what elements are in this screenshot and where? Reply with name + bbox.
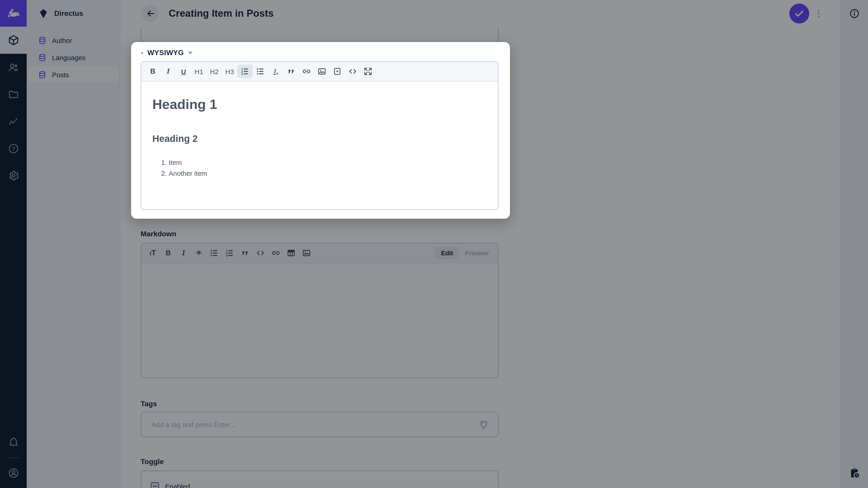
media-button[interactable] bbox=[330, 65, 345, 78]
remove-format-button[interactable]: I x bbox=[268, 65, 283, 78]
blockquote-button[interactable] bbox=[283, 65, 299, 78]
underline-button[interactable]: U bbox=[176, 65, 191, 78]
wysiwyg-toolbar: B I U H1 H2 H3 1 2 3 bbox=[142, 62, 498, 82]
wysiwyg-content[interactable]: Heading 1 Heading 2 Item Another item bbox=[142, 82, 498, 210]
wysiwyg-field-card: WYSIWYG B I U H1 H2 H3 1 2 3 bbox=[131, 42, 510, 219]
content-heading1: Heading 1 bbox=[152, 96, 487, 112]
svg-text:x: x bbox=[276, 71, 278, 75]
edited-dot-icon bbox=[141, 52, 143, 54]
bullet-list-button[interactable] bbox=[253, 65, 268, 78]
code-button[interactable] bbox=[345, 65, 360, 78]
italic-button[interactable]: I bbox=[160, 65, 176, 78]
app-window: ? bbox=[0, 0, 868, 488]
wysiwyg-label-row[interactable]: WYSIWYG bbox=[131, 42, 510, 57]
link-button[interactable] bbox=[299, 65, 314, 78]
image-button[interactable] bbox=[314, 65, 330, 78]
content-heading2: Heading 2 bbox=[152, 133, 487, 144]
h1-button[interactable]: H1 bbox=[191, 65, 207, 78]
svg-text:I: I bbox=[274, 68, 276, 74]
list-item: Another item bbox=[168, 169, 487, 177]
wysiwyg-field-label: WYSIWYG bbox=[147, 49, 184, 57]
list-item: Item bbox=[168, 159, 487, 167]
ordered-list-button[interactable]: 1 2 3 bbox=[237, 65, 253, 78]
fullscreen-button[interactable] bbox=[360, 65, 376, 78]
svg-text:3: 3 bbox=[241, 72, 243, 76]
wysiwyg-editor: B I U H1 H2 H3 1 2 3 bbox=[141, 61, 499, 210]
h2-button[interactable]: H2 bbox=[207, 65, 222, 78]
h3-button[interactable]: H3 bbox=[222, 65, 237, 78]
bold-button[interactable]: B bbox=[145, 65, 160, 78]
chevron-down-icon[interactable] bbox=[188, 51, 192, 55]
content-ordered-list: Item Another item bbox=[152, 159, 487, 177]
